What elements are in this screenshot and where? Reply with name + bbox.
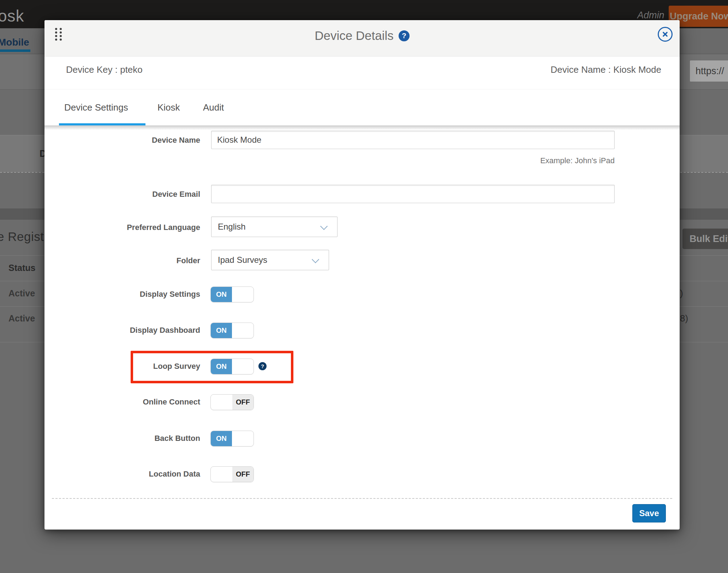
app-logo-partial: osk xyxy=(0,6,24,25)
tab-device-settings[interactable]: Device Settings xyxy=(64,102,128,113)
toggle-state: ON xyxy=(211,323,232,338)
back-button-label: Back Button xyxy=(44,434,200,443)
device-meta-row: Device Key : pteko Device Name : Kiosk M… xyxy=(44,57,680,89)
location-data-label: Location Data xyxy=(44,469,200,479)
loop-survey-help-icon[interactable]: ? xyxy=(258,362,267,370)
close-icon[interactable] xyxy=(658,27,673,42)
table-header-status: Status xyxy=(8,263,35,273)
device-email-label: Device Email xyxy=(44,190,200,199)
bulk-edit-button[interactable]: Bulk Edit xyxy=(682,229,728,249)
nav-tab-mobile[interactable]: Mobile xyxy=(0,37,29,48)
preferred-language-select[interactable]: English xyxy=(211,217,338,237)
folder-select[interactable]: Ipad Surveys xyxy=(211,250,329,270)
chevron-down-icon xyxy=(312,256,319,263)
loop-survey-label: Loop Survey xyxy=(44,362,200,371)
device-name-text: Device Name : Kiosk Mode xyxy=(550,64,661,75)
toggle-state: OFF xyxy=(232,467,253,482)
tab-audit[interactable]: Audit xyxy=(203,102,224,113)
admin-link[interactable]: Admin xyxy=(637,10,664,21)
save-button[interactable]: Save xyxy=(632,504,666,522)
device-details-modal: Device Details ? Device Key : pteko Devi… xyxy=(44,20,680,530)
modal-header: Device Details ? xyxy=(44,20,680,57)
display-dashboard-label: Display Dashboard xyxy=(44,326,200,335)
display-dashboard-toggle[interactable]: ON xyxy=(210,323,254,338)
tab-kiosk[interactable]: Kiosk xyxy=(157,102,180,113)
preferred-language-value: English xyxy=(218,222,246,232)
device-name-input[interactable] xyxy=(211,131,615,149)
url-input[interactable]: https:// xyxy=(690,60,728,82)
display-settings-toggle[interactable]: ON xyxy=(210,286,254,302)
loop-survey-toggle[interactable]: ON xyxy=(210,359,254,374)
device-email-input[interactable] xyxy=(211,185,615,203)
preferred-language-label: Preferred Language xyxy=(44,223,200,232)
footer-divider xyxy=(52,498,672,499)
toggle-state: ON xyxy=(211,431,232,446)
device-name-hint: Example: John's iPad xyxy=(540,156,615,165)
table-row-status: Active xyxy=(8,313,35,324)
tabs-shadow xyxy=(44,125,680,130)
table-row-fragment: 8) xyxy=(680,313,688,324)
folder-label: Folder xyxy=(44,256,200,265)
toggle-state: OFF xyxy=(232,395,253,410)
modal-title: Device Details xyxy=(315,29,394,43)
folder-value: Ipad Surveys xyxy=(218,255,267,265)
page-section-heading: e Registr xyxy=(0,230,48,244)
help-icon[interactable]: ? xyxy=(399,30,410,41)
device-name-label: Device Name xyxy=(44,136,200,145)
toggle-state: ON xyxy=(211,287,232,302)
display-settings-label: Display Settings xyxy=(44,290,200,299)
back-button-toggle[interactable]: ON xyxy=(210,431,254,447)
online-connect-label: Online Connect xyxy=(44,397,200,407)
device-key-text: Device Key : pteko xyxy=(66,64,143,75)
toggle-state: ON xyxy=(211,359,232,374)
online-connect-toggle[interactable]: OFF xyxy=(210,394,254,410)
modal-tabs: Device Settings Kiosk Audit xyxy=(44,89,680,125)
table-row-fragment: ) xyxy=(680,288,683,299)
table-row-status: Active xyxy=(8,288,35,299)
chevron-down-icon xyxy=(320,223,328,230)
nav-active-underline xyxy=(0,49,30,52)
location-data-toggle[interactable]: OFF xyxy=(210,466,254,482)
